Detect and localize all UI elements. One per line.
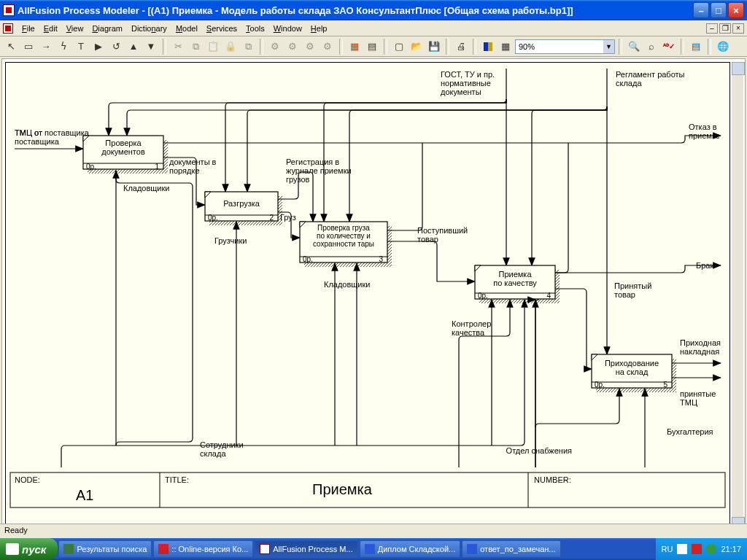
- svg-text:NODE:: NODE:: [15, 475, 40, 484]
- svg-text:Разгрузка: Разгрузка: [223, 199, 260, 208]
- text-tool-button[interactable]: T: [73, 39, 89, 55]
- diagram-canvas[interactable]: ТМЦ от поставщика ТМЦ отпоставщика ГОСТ,…: [5, 62, 730, 530]
- menu-dictionary[interactable]: Dictionary: [127, 23, 171, 34]
- mdi-minimize-button[interactable]: –: [706, 23, 718, 34]
- squiggle-tool-button[interactable]: ϟ: [55, 39, 71, 55]
- svg-text:Проверка грузапо количеству ис: Проверка грузапо количеству исохранности…: [313, 224, 374, 248]
- zoomfit-button[interactable]: ⌕: [643, 39, 659, 55]
- menu-model[interactable]: Model: [171, 23, 202, 34]
- taskbar-item[interactable]: AllFusion Process M...: [255, 540, 357, 558]
- svg-text:5: 5: [663, 381, 667, 389]
- svg-text:0р.: 0р.: [595, 381, 605, 389]
- link4-button[interactable]: ⚙: [320, 39, 336, 55]
- system-tray[interactable]: RU 21:17: [656, 538, 747, 560]
- world-button[interactable]: 🌐: [715, 39, 731, 55]
- model-explorer-button[interactable]: ▤: [688, 39, 704, 55]
- save-button[interactable]: 💾: [426, 39, 442, 55]
- svg-text:Регламент работысклада: Регламент работысклада: [616, 70, 685, 88]
- status-text: Ready: [4, 526, 28, 534]
- taskbar-item[interactable]: Диплом Складской...: [360, 540, 461, 558]
- menu-help[interactable]: Help: [306, 23, 332, 34]
- cut-button[interactable]: ✂: [170, 39, 186, 55]
- svg-text:Контролеркачества: Контролеркачества: [452, 319, 491, 337]
- spellcheck-button[interactable]: ᴬᴮ✓: [661, 39, 677, 55]
- go-parent-button[interactable]: ▶: [90, 39, 107, 55]
- open-button[interactable]: 📂: [409, 39, 425, 55]
- flag-button[interactable]: [480, 39, 496, 55]
- zoom-input[interactable]: [516, 40, 603, 53]
- toolbar: ↖ ▭ → ϟ T ▶ ↺ ▲ ▼ ✂ ⧉ 📋 🔒 ⧉ ⚙ ⚙ ⚙ ⚙ ▦ ▤ …: [0, 36, 747, 57]
- link2-button[interactable]: ⚙: [285, 39, 301, 55]
- windows-flag-icon: [6, 543, 19, 555]
- link1-button[interactable]: ⚙: [267, 39, 283, 55]
- close-button[interactable]: ×: [728, 2, 744, 18]
- svg-text:NUMBER:: NUMBER:: [534, 475, 571, 484]
- clock[interactable]: 21:17: [721, 545, 741, 553]
- arrow-tool-button[interactable]: →: [38, 39, 54, 55]
- svg-text:2: 2: [269, 214, 274, 222]
- svg-text:TITLE:: TITLE:: [165, 475, 189, 484]
- undo-button[interactable]: ↺: [108, 39, 124, 55]
- tray-icon[interactable]: [677, 544, 687, 554]
- grid-button[interactable]: ▦: [498, 39, 514, 55]
- svg-text:документы впорядке: документы впорядке: [169, 158, 217, 175]
- dictionary-button[interactable]: ▤: [364, 39, 380, 55]
- svg-text:4: 4: [546, 292, 551, 300]
- zoomin-button[interactable]: 🔍: [626, 39, 642, 55]
- language-indicator[interactable]: RU: [662, 545, 673, 553]
- lock-button[interactable]: 🔒: [222, 39, 239, 55]
- mdi-icon: [3, 23, 13, 34]
- mdi-close-button[interactable]: ×: [732, 23, 744, 34]
- menu-file[interactable]: File: [18, 23, 39, 34]
- svg-text:Приемка: Приемка: [312, 481, 373, 497]
- link3-button[interactable]: ⚙: [302, 39, 318, 55]
- tray-icon[interactable]: [706, 544, 716, 554]
- nav-up-button[interactable]: ▲: [125, 39, 142, 55]
- canvas-area: ТМЦ от поставщика ТМЦ отпоставщика ГОСТ,…: [1, 58, 746, 545]
- paste-button[interactable]: 📋: [205, 39, 221, 55]
- pointer-tool-button[interactable]: ↖: [3, 39, 19, 55]
- menu-tools[interactable]: Tools: [241, 23, 269, 34]
- print-button[interactable]: 🖨: [453, 39, 469, 55]
- taskbar-item[interactable]: ответ_по_замечан...: [462, 540, 560, 558]
- zoom-combo[interactable]: ▼: [515, 39, 615, 54]
- copy-button[interactable]: ⧉: [187, 39, 204, 55]
- menu-edit[interactable]: Edit: [39, 23, 62, 34]
- svg-text:Брак: Брак: [696, 261, 713, 270]
- svg-text:0р.: 0р.: [303, 255, 313, 263]
- svg-text:Грузчики: Грузчики: [214, 236, 247, 245]
- menu-view[interactable]: View: [62, 23, 88, 34]
- maximize-button[interactable]: □: [711, 2, 727, 18]
- statusbar: Ready: [0, 524, 747, 538]
- svg-text:Отдел снабжения: Отдел снабжения: [506, 446, 572, 455]
- svg-text:Проверкадокументов: Проверкадокументов: [101, 139, 145, 156]
- nav-down-button[interactable]: ▼: [143, 39, 159, 55]
- taskbar-item[interactable]: :: Online-версия Ко...: [153, 540, 253, 558]
- report-button[interactable]: ▦: [347, 39, 363, 55]
- copy2-button[interactable]: ⧉: [240, 39, 256, 55]
- app-icon: [3, 4, 15, 16]
- taskbar-item[interactable]: Результаты поиска: [58, 540, 152, 558]
- window-title: AllFusion Process Modeler - [(A1) Приемк…: [18, 5, 693, 16]
- zoom-dropdown-button[interactable]: ▼: [603, 40, 614, 53]
- menu-window[interactable]: Window: [269, 23, 306, 34]
- svg-text:Приемкапо качеству: Приемкапо качеству: [493, 270, 537, 287]
- avira-icon[interactable]: [692, 544, 702, 554]
- svg-text:3: 3: [379, 255, 383, 263]
- new-button[interactable]: ▢: [391, 39, 407, 55]
- svg-text:Регистрация вжурнале приемкигр: Регистрация вжурнале приемкигрузов: [286, 158, 352, 184]
- svg-text:0р.: 0р.: [208, 214, 218, 222]
- minimize-button[interactable]: –: [693, 2, 709, 18]
- svg-text:Кладовщики: Кладовщики: [324, 280, 370, 289]
- menubar: File Edit View Diagram Dictionary Model …: [0, 20, 747, 36]
- vertical-scrollbar[interactable]: [732, 62, 743, 530]
- menu-diagram[interactable]: Diagram: [88, 23, 127, 34]
- svg-text:Кладовщики: Кладовщики: [123, 184, 169, 192]
- menu-services[interactable]: Services: [202, 23, 241, 34]
- svg-text:Приходнаянакладная: Приходнаянакладная: [680, 338, 721, 356]
- svg-text:Сотрудникисклада: Сотрудникисклада: [200, 440, 244, 458]
- activity-tool-button[interactable]: ▭: [20, 39, 36, 55]
- start-button[interactable]: пуск: [0, 538, 58, 560]
- taskbar: пуск Результаты поиска :: Online-версия …: [0, 538, 747, 560]
- mdi-restore-button[interactable]: ❐: [719, 23, 731, 34]
